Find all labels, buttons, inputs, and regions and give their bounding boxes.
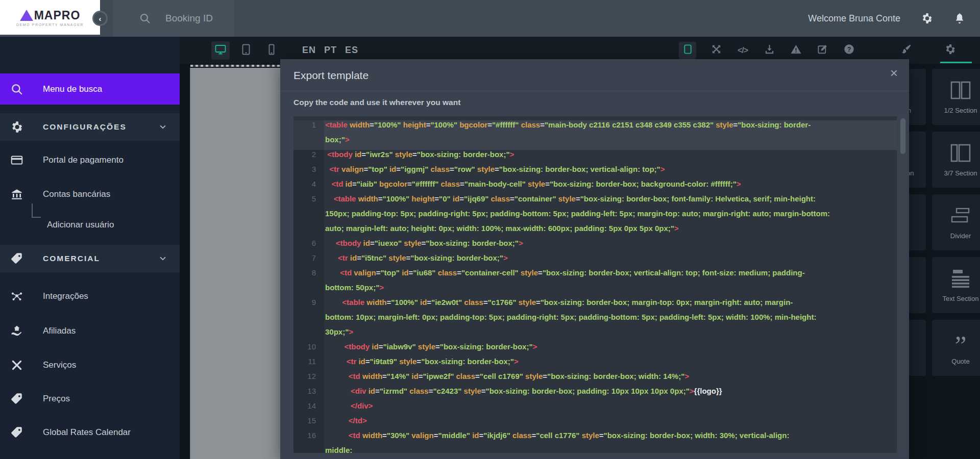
code-row[interactable]: 2 <tbody id="iwr2s" style="box-sizing: b…: [293, 150, 897, 165]
style-manager-tab[interactable]: [899, 44, 913, 57]
sidebar-item-label: Afiliadas: [43, 326, 159, 336]
edit-template-button[interactable]: [816, 44, 829, 57]
view-code-button[interactable]: </>: [736, 44, 749, 57]
sidebar-item-adicionar-usu-rio[interactable]: Adicionar usuário: [0, 211, 180, 239]
block-text-section[interactable]: Text Section: [932, 257, 980, 313]
search-icon: [10, 83, 23, 96]
code-row[interactable]: 8 <td valign="top" id="iu68" class="cont…: [293, 268, 897, 283]
code-row[interactable]: 15 </td>: [293, 416, 897, 431]
code-line-text: <td width="30%" valign="middle" id="ikjd…: [324, 431, 897, 446]
sidebar-item-menu-de-busca[interactable]: Menu de busca: [0, 73, 180, 105]
question-circle-icon: ?: [843, 43, 855, 57]
line-number: 3: [293, 165, 324, 180]
block-divider[interactable]: Divider: [932, 194, 980, 250]
line-number: [293, 283, 324, 298]
sidebar-item-label: Portal de pagamento: [43, 155, 159, 165]
lang-tab-pt[interactable]: PT: [324, 45, 337, 56]
code-row[interactable]: 13 <div id="izrmd" class="c2423" style="…: [293, 387, 897, 401]
line-number: 16: [293, 431, 324, 446]
code-row[interactable]: 5 <table width="100%" height="0" id="ijq…: [293, 194, 897, 209]
line-number: 7: [293, 253, 324, 268]
sidebar-item-servi-os[interactable]: Serviços: [0, 351, 180, 379]
code-row[interactable]: 14 </div>: [293, 401, 897, 416]
code-line-text: <tbody id="iwr2s" style="box-sizing: bor…: [324, 150, 897, 165]
toggle-borders-button[interactable]: [679, 42, 696, 59]
sidebar-item-promo-es[interactable]: %Promoções: [0, 453, 180, 459]
modal-divider: [280, 91, 909, 91]
sidebar-item-afiliadas[interactable]: Afiliadas: [0, 317, 180, 345]
block-quote[interactable]: ”Quote: [932, 320, 980, 376]
block-1-2-section[interactable]: 1/2 Section: [932, 69, 980, 125]
chevron-down-icon: [158, 122, 167, 132]
settings-tab[interactable]: [943, 44, 957, 57]
monitor-icon: [214, 43, 227, 58]
sidebar-item-configura-es[interactable]: CONFIGURAÇÕES: [0, 113, 180, 141]
close-icon[interactable]: ×: [890, 65, 898, 81]
code-line-text: <td width="14%" id="ipwe2f" class="cell …: [324, 372, 897, 387]
help-button[interactable]: ?: [842, 44, 855, 57]
import-template-button[interactable]: [763, 44, 776, 57]
download-icon: [764, 43, 775, 57]
line-number: [293, 327, 324, 342]
fullscreen-button[interactable]: [709, 44, 723, 57]
code-row[interactable]: bottom: 10px; margin-left: 0px; padding-…: [293, 313, 897, 327]
search-icon: [139, 12, 151, 24]
code-row[interactable]: 3 <tr valign="top" id="iggmj" class="row…: [293, 165, 897, 180]
code-row[interactable]: 6 <tbody id="iuexo" style="box-sizing: b…: [293, 239, 897, 253]
export-code-editor[interactable]: 1<table width="100%" height="100%" bgcol…: [293, 116, 897, 453]
block-3-7-section[interactable]: 3/7 Section: [932, 132, 980, 188]
code-row[interactable]: 12 <td width="14%" id="ipwe2f" class="ce…: [293, 372, 897, 387]
text-section-block-icon: [949, 267, 972, 290]
app-logo[interactable]: MAPRO DEMO PROPERTY MANAGER: [0, 0, 100, 35]
line-number: 10: [293, 342, 324, 357]
outline-square-icon: [682, 43, 694, 57]
code-row[interactable]: 11 <tr id="i9tat9" style="box-sizing: bo…: [293, 357, 897, 372]
scrollbar-thumb[interactable]: [900, 118, 905, 154]
sidebar-item-portal-de-pagamento[interactable]: Portal de pagamento: [0, 146, 180, 174]
code-row[interactable]: 16 <td width="30%" valign="middle" id="i…: [293, 431, 897, 446]
hand-house-icon: [10, 324, 23, 338]
clear-canvas-button[interactable]: [789, 44, 802, 57]
modal-scrollbar[interactable]: [900, 116, 906, 455]
code-row[interactable]: middle;: [293, 446, 897, 453]
line-number: 2: [293, 150, 324, 165]
welcome-text: Welcome Bruna Conte: [808, 13, 900, 24]
code-row[interactable]: 10 <tbody id="iabw9v" style="box-sizing:…: [293, 342, 897, 357]
block-label: 1/2 Section: [937, 107, 980, 115]
settings-gear-icon[interactable]: [921, 12, 933, 24]
code-row[interactable]: box;">: [293, 135, 897, 150]
sidebar-item-pre-os[interactable]: Preços: [0, 385, 180, 413]
sidebar-item-comercial[interactable]: COMERCIAL: [0, 245, 180, 272]
bank-icon: [10, 188, 23, 201]
code-row[interactable]: 1<table width="100%" height="100%" bgcol…: [293, 120, 897, 135]
code-row[interactable]: 4 <td id="iaib" bgcolor="#ffffff" class=…: [293, 180, 897, 194]
sidebar-item-label: Contas bancárias: [43, 189, 159, 199]
code-row[interactable]: 30px;">: [293, 327, 897, 342]
line-number: [293, 446, 324, 453]
code-line-text: bottom: 10px; margin-left: 0px; padding-…: [324, 313, 897, 327]
booking-search[interactable]: Booking ID: [113, 0, 234, 37]
tools-icon: [10, 359, 23, 372]
code-row[interactable]: bottom: 50px;">: [293, 283, 897, 298]
svg-text:?: ?: [847, 46, 851, 53]
divider-block-icon: [949, 204, 972, 227]
code-row[interactable]: auto; margin-left: auto; height: 0px; wi…: [293, 224, 897, 239]
code-row[interactable]: 9 <table width="100%" id="ie2w0t" class=…: [293, 298, 897, 313]
code-row[interactable]: 150px; padding-top: 5px; padding-right: …: [293, 209, 897, 224]
notifications-bell-icon[interactable]: [953, 12, 966, 24]
line-number: 14: [293, 401, 324, 416]
sidebar-item-contas-banc-rias[interactable]: Contas bancárias: [0, 180, 180, 209]
sidebar-item-integra-es[interactable]: Integrações: [0, 282, 180, 311]
tablet-icon: [240, 43, 252, 58]
sidebar-item-global-rates-calendar[interactable]: Global Rates Calendar: [0, 418, 180, 447]
code-line-text: 150px; padding-top: 5px; padding-right: …: [324, 209, 897, 224]
sidebar-collapse-button[interactable]: ‹: [92, 11, 108, 26]
lang-tab-en[interactable]: EN: [302, 45, 316, 56]
device-mobile-button[interactable]: [262, 41, 281, 60]
lang-tab-es[interactable]: ES: [345, 45, 358, 56]
device-desktop-button[interactable]: [211, 41, 230, 60]
code-row[interactable]: 7 <tr id="i5tnc" style="box-sizing: bord…: [293, 253, 897, 268]
device-tablet-button[interactable]: [237, 41, 255, 60]
line-number: [293, 209, 324, 224]
brand-tagline: DEMO PROPERTY MANAGER: [16, 23, 84, 27]
